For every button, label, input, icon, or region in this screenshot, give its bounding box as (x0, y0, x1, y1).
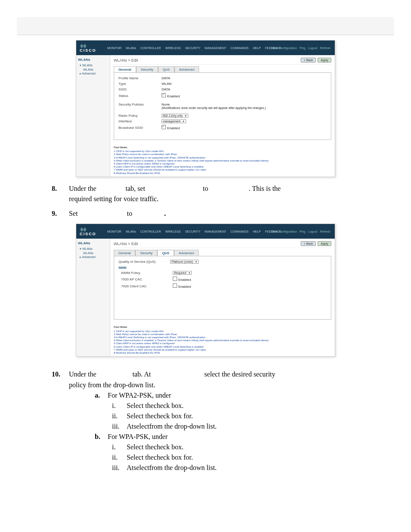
tab-security[interactable]: Security (136, 66, 158, 72)
nav-management[interactable]: MANAGEMENT (205, 47, 226, 50)
ap-cac-checkbox[interactable]: Enabled (173, 277, 191, 282)
footnote-1: 1 CKIP is not supported by 10xx model AP… (114, 150, 331, 153)
wmm-policy-select[interactable]: Required (173, 271, 192, 275)
radio-policy-select[interactable]: 802.11b/g only (162, 114, 188, 118)
nav-management[interactable]: MANAGEMENT (205, 230, 226, 233)
content-panel: WLANs > Edit < Back Apply General Securi… (110, 239, 335, 356)
label-ssid: SSID (118, 87, 162, 91)
nav-controller[interactable]: CONTROLLER (140, 47, 161, 50)
cisco-logo: ·ı|ı·ı|ı· CISCO (80, 227, 101, 236)
sidebar-sub-wlans[interactable]: WLANs (78, 251, 108, 255)
breadcrumb-row: WLANs > Edit < Back Apply (114, 240, 331, 248)
footnote-7: 7 WMM and open or AES security should be… (114, 168, 331, 171)
link-save-config[interactable]: Save Configuration (271, 47, 297, 50)
tab-security[interactable]: Security (135, 250, 157, 256)
substep-b-ii: ii. Select thecheck box for. (17, 454, 394, 461)
footnote-2: 2 Web Policy cannot be used in combinati… (114, 333, 331, 336)
label-security-policies: Security Policies (118, 103, 162, 106)
footnote-3: 3 H-REAP Local Switching is not supporte… (114, 336, 331, 339)
nav-controller[interactable]: CONTROLLER (140, 230, 161, 233)
tab-panel-general: Profile NameDATA TypeWLAN SSIDDATA Statu… (114, 72, 331, 140)
step-10-body: Under the tab. At select the desired sec… (69, 370, 394, 379)
link-save-config[interactable]: Save Configuration (271, 230, 297, 233)
cisco-logo-text: CISCO (80, 232, 101, 236)
top-divider-bar (17, 17, 394, 35)
wmm-heading: WMM (118, 266, 327, 269)
footnote-8: 8 Multicast Should Be Enabled For IPV6. (114, 352, 331, 355)
footnote-5: 5 Client MFP is not active unless WPA2 i… (114, 342, 331, 345)
substep-b-iii-num: iii. (112, 464, 127, 472)
nav-wireless[interactable]: WIRELESS (165, 47, 181, 50)
link-refresh[interactable]: Refresh (320, 230, 330, 233)
nav-monitor[interactable]: MONITOR (107, 47, 121, 50)
back-button[interactable]: < Back (301, 58, 316, 62)
step-10: 10. Under the tab. At select the desired… (17, 370, 394, 379)
nav-wlans[interactable]: WLANs (126, 47, 136, 50)
interface-select[interactable]: management (162, 119, 186, 123)
nav-security[interactable]: SECURITY (185, 230, 200, 233)
nav-help[interactable]: HELP (253, 47, 261, 50)
value-type: WLAN (162, 82, 171, 86)
tab-advanced[interactable]: Advanced (174, 66, 199, 72)
link-ping[interactable]: Ping (299, 47, 305, 50)
link-logout[interactable]: Logout (308, 47, 317, 50)
top-links: Save Configuration Ping Logout Refresh (271, 230, 331, 233)
apply-button[interactable]: Apply (318, 58, 331, 62)
label-ap-cac: 7920 AP CAC (118, 277, 173, 281)
substep-a-i: i. Select thecheck box. (17, 402, 394, 410)
main-nav: MONITOR WLANs CONTROLLER WIRELESS SECURI… (107, 230, 281, 233)
step-9-body: Set to . (69, 209, 394, 218)
tab-bar: General Security QoS Advanced (114, 250, 331, 256)
step-9: 9. Set to . (17, 209, 394, 218)
footnote-6: 6 Learn Client IP is configurable only w… (114, 165, 331, 168)
substep-a-ii-num: ii. (112, 412, 127, 420)
sidebar-heading: WLANs (78, 58, 108, 62)
tab-qos[interactable]: QoS (157, 250, 174, 256)
footnotes: Foot Notes 1 CKIP is not supported by 10… (114, 326, 331, 355)
link-ping[interactable]: Ping (299, 230, 305, 233)
step-8-continuation: required setting for voice traffic. (17, 195, 394, 203)
tab-panel-qos: Quality of Service (QoS)Platinum (voice)… (114, 256, 331, 320)
nav-commands[interactable]: COMMANDS (230, 47, 249, 50)
client-cac-checkbox[interactable]: Enabled (173, 283, 191, 289)
footnote-1: 1 CKIP is not supported by 10xx model AP… (114, 330, 331, 333)
broadcast-ssid-checkbox[interactable]: Enabled (162, 125, 180, 130)
substep-b-i: i. Select thecheck box. (17, 443, 394, 451)
step-8-number: 8. (52, 184, 69, 193)
label-type: Type (118, 82, 162, 86)
back-button[interactable]: < Back (301, 241, 316, 246)
footnotes-title: Foot Notes (114, 326, 331, 329)
apply-button[interactable]: Apply (318, 241, 331, 246)
nav-wlans[interactable]: WLANs (126, 230, 136, 233)
sidebar-item-advanced[interactable]: ▸ Advanced (78, 255, 108, 259)
sidebar-item-advanced[interactable]: ▸ Advanced (78, 72, 108, 76)
label-status: Status (118, 94, 162, 98)
tab-general[interactable]: General (114, 66, 136, 72)
tab-bar: General Security QoS Advanced (114, 66, 331, 72)
link-logout[interactable]: Logout (308, 230, 317, 233)
value-profile-name: DATA (162, 76, 170, 80)
status-checkbox[interactable]: Enabled (162, 93, 180, 98)
link-refresh[interactable]: Refresh (320, 47, 330, 50)
nav-wireless[interactable]: WIRELESS (165, 230, 181, 233)
sidebar-sub-wlans[interactable]: WLANs (78, 68, 108, 72)
tab-general[interactable]: General (114, 250, 135, 256)
substep-a-i-num: i. (112, 402, 127, 410)
nav-commands[interactable]: COMMANDS (230, 230, 249, 233)
footnote-4: 4 When client exclusion is enabled, a Ti… (114, 339, 331, 342)
label-broadcast-ssid: Broadcast SSID (118, 126, 162, 130)
footnote-2: 2 Web Policy cannot be used in combinati… (114, 153, 331, 156)
sidebar-item-wlans[interactable]: ▾ WLANs (78, 247, 108, 251)
qos-select[interactable]: Platinum (voice) (170, 260, 199, 264)
footnote-6: 6 Learn Client IP is configurable only w… (114, 345, 331, 348)
substep-b-ii-num: ii. (112, 454, 127, 461)
sidebar-item-wlans[interactable]: ▾ WLANs (78, 63, 108, 68)
footnote-3: 3 H-REAP Local Switching is not supporte… (114, 156, 331, 159)
content-panel: WLANs > Edit < Back Apply General Securi… (110, 55, 335, 177)
tab-qos[interactable]: QoS (158, 66, 174, 72)
nav-security[interactable]: SECURITY (185, 47, 200, 50)
nav-monitor[interactable]: MONITOR (107, 230, 121, 233)
cisco-logo-icon: ·ı|ı·ı|ı· (80, 227, 101, 232)
nav-help[interactable]: HELP (253, 230, 261, 233)
tab-advanced[interactable]: Advanced (174, 250, 199, 256)
